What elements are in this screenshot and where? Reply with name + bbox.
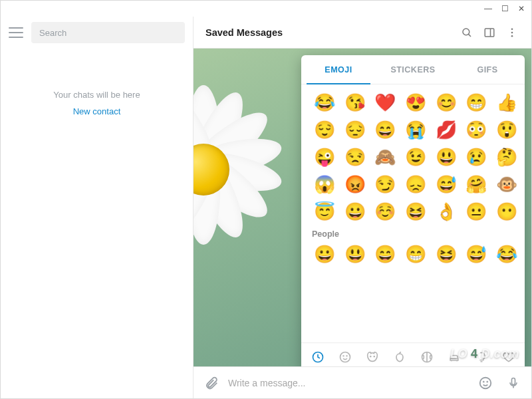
- app-window: — ☐ ✕ Your chats will be here New contac…: [0, 0, 532, 399]
- svg-point-5: [511, 31, 513, 33]
- emoji-cell[interactable]: 😍: [402, 91, 430, 114]
- svg-point-11: [370, 356, 370, 356]
- emoji-cell[interactable]: 😆: [402, 200, 430, 223]
- emoji-cell[interactable]: 🐵: [493, 173, 521, 196]
- emoji-cell[interactable]: 👍: [493, 91, 521, 114]
- svg-point-16: [487, 381, 487, 382]
- emoji-cell[interactable]: 😔: [341, 118, 369, 141]
- category-objects-icon[interactable]: [471, 347, 491, 367]
- emoji-scroll-area[interactable]: 😂😘❤️😍😊😁👍😌😔😄😭💋😳😲😜😒🙈😉😃😢🤔😱😡😏😞😅🤗🐵😇😀☺️😆👌😐😶 Pe…: [301, 84, 525, 342]
- emoji-cell[interactable]: ❤️: [371, 91, 399, 114]
- svg-point-12: [374, 356, 374, 356]
- emoji-cell[interactable]: 😃: [432, 146, 460, 168]
- svg-point-9: [343, 355, 344, 356]
- chat-title: Saved Messages: [205, 27, 456, 38]
- emoji-cell[interactable]: 😀: [341, 200, 369, 223]
- emoji-picker: EMOJI STICKERS GIFS 😂😘❤️😍😊😁👍😌😔😄😭💋😳😲😜😒🙈😉😃…: [301, 55, 525, 366]
- category-travel-icon[interactable]: [444, 347, 464, 367]
- emoji-cell[interactable]: 😢: [463, 146, 491, 168]
- emoji-cell[interactable]: 😁: [402, 243, 430, 265]
- emoji-cell[interactable]: 😁: [463, 91, 491, 114]
- attach-button[interactable]: [200, 372, 223, 394]
- sidebar-empty-state: Your chats will be here New contact: [1, 49, 193, 398]
- emoji-cell[interactable]: 😭: [402, 118, 430, 141]
- category-animals-icon[interactable]: [362, 347, 382, 367]
- emoji-cell[interactable]: 😜: [311, 146, 338, 168]
- emoji-cell[interactable]: 😄: [371, 243, 399, 265]
- emoji-section-people: People: [311, 223, 521, 243]
- main-area: Saved Messages EMOJI STICKERS: [194, 17, 531, 398]
- svg-line-1: [468, 34, 471, 37]
- chat-header: Saved Messages: [194, 17, 531, 49]
- emoji-cell[interactable]: 🤗: [463, 173, 491, 196]
- emoji-cell[interactable]: 😇: [311, 200, 338, 223]
- tab-stickers[interactable]: STICKERS: [376, 55, 450, 84]
- background-flower: [194, 78, 293, 258]
- svg-point-15: [483, 381, 484, 382]
- sidebar-top: [1, 17, 193, 49]
- tab-emoji[interactable]: EMOJI: [301, 55, 376, 84]
- new-contact-link[interactable]: New contact: [73, 106, 121, 116]
- emoji-people-grid: 😀😃😄😁😆😅😂: [311, 243, 521, 265]
- emoji-cell[interactable]: 😡: [341, 173, 369, 196]
- category-smileys-icon[interactable]: [335, 347, 355, 367]
- svg-point-6: [511, 35, 513, 37]
- close-button[interactable]: ✕: [518, 5, 525, 13]
- category-food-icon[interactable]: [390, 347, 410, 367]
- message-composer: [194, 366, 531, 398]
- minimize-button[interactable]: —: [484, 5, 492, 13]
- emoji-cell[interactable]: 😊: [432, 91, 460, 114]
- emoji-cell[interactable]: 😂: [311, 91, 338, 114]
- search-input[interactable]: [39, 28, 177, 38]
- emoji-recent-grid: 😂😘❤️😍😊😁👍😌😔😄😭💋😳😲😜😒🙈😉😃😢🤔😱😡😏😞😅🤗🐵😇😀☺️😆👌😐😶: [311, 91, 521, 223]
- emoji-cell[interactable]: 😅: [463, 243, 491, 265]
- message-input[interactable]: [228, 378, 469, 388]
- emoji-cell[interactable]: 😳: [463, 118, 491, 141]
- emoji-cell[interactable]: 💋: [432, 118, 460, 141]
- search-in-chat-button[interactable]: [456, 21, 478, 44]
- emoji-cell[interactable]: 😒: [341, 146, 369, 168]
- side-panel-button[interactable]: [478, 21, 501, 44]
- more-menu-button[interactable]: [501, 21, 523, 44]
- menu-button[interactable]: [9, 27, 23, 38]
- voice-button[interactable]: [502, 372, 525, 394]
- svg-rect-2: [485, 29, 494, 37]
- emoji-cell[interactable]: 😀: [311, 243, 338, 265]
- category-recent-icon[interactable]: [308, 347, 328, 367]
- svg-rect-17: [512, 378, 515, 384]
- chat-background: EMOJI STICKERS GIFS 😂😘❤️😍😊😁👍😌😔😄😭💋😳😲😜😒🙈😉😃…: [194, 49, 531, 366]
- svg-point-4: [511, 28, 513, 30]
- emoji-cell[interactable]: 😆: [432, 243, 460, 265]
- titlebar: — ☐ ✕: [1, 1, 531, 17]
- emoji-cell[interactable]: 😌: [311, 118, 338, 141]
- emoji-cell[interactable]: 😞: [402, 173, 430, 196]
- svg-point-8: [340, 352, 350, 362]
- emoji-cell[interactable]: 😅: [432, 173, 460, 196]
- category-symbols-icon[interactable]: [499, 347, 519, 367]
- emoji-cell[interactable]: 😶: [493, 200, 521, 223]
- emoji-button[interactable]: [474, 372, 497, 394]
- emoji-cell[interactable]: 😘: [341, 91, 369, 114]
- tab-gifs[interactable]: GIFS: [450, 55, 525, 84]
- emoji-cell[interactable]: 👌: [432, 200, 460, 223]
- emoji-cell[interactable]: 😐: [463, 200, 491, 223]
- category-activity-icon[interactable]: [417, 347, 437, 367]
- search-box[interactable]: [31, 22, 185, 43]
- emoji-cell[interactable]: 😃: [341, 243, 369, 265]
- emoji-cell[interactable]: 😱: [311, 173, 338, 196]
- emoji-category-bar: [301, 342, 525, 366]
- emoji-cell[interactable]: 😲: [493, 118, 521, 141]
- maximize-button[interactable]: ☐: [501, 5, 509, 13]
- emoji-cell[interactable]: 😉: [402, 146, 430, 168]
- emoji-cell[interactable]: 😄: [371, 118, 399, 141]
- emoji-tabs: EMOJI STICKERS GIFS: [301, 55, 525, 84]
- svg-point-0: [463, 29, 469, 35]
- emoji-cell[interactable]: 😏: [371, 173, 399, 196]
- emoji-cell[interactable]: ☺️: [371, 200, 399, 223]
- emoji-cell[interactable]: 🙈: [371, 146, 399, 168]
- svg-point-14: [480, 377, 491, 388]
- empty-chats-text: Your chats will be here: [53, 90, 140, 100]
- sidebar: Your chats will be here New contact: [1, 17, 194, 398]
- emoji-cell[interactable]: 😂: [493, 243, 521, 265]
- emoji-cell[interactable]: 🤔: [493, 146, 521, 168]
